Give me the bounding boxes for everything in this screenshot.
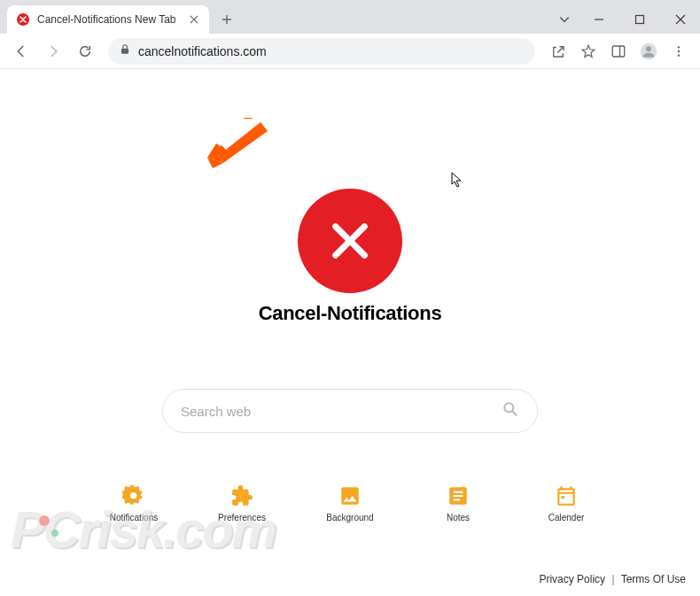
search-icon[interactable] bbox=[502, 400, 519, 422]
link-label: Calender bbox=[548, 513, 585, 522]
search-input[interactable] bbox=[181, 404, 502, 419]
svg-point-8 bbox=[678, 50, 680, 51]
calendar-icon bbox=[555, 483, 578, 509]
background-link[interactable]: Background bbox=[323, 483, 377, 522]
profile-icon[interactable] bbox=[634, 37, 663, 66]
new-tab-button[interactable] bbox=[214, 7, 239, 32]
search-box[interactable] bbox=[162, 389, 538, 433]
puzzle-icon bbox=[230, 483, 253, 509]
quick-links: Notifications Preferences Background Not… bbox=[106, 483, 594, 522]
svg-rect-3 bbox=[612, 46, 625, 57]
browser-tab[interactable]: Cancel-Notifications New Tab bbox=[7, 5, 209, 34]
svg-marker-23 bbox=[218, 122, 268, 163]
address-bar[interactable]: cancelnotifications.com bbox=[108, 38, 535, 65]
titlebar: Cancel-Notifications New Tab bbox=[0, 0, 700, 34]
image-icon bbox=[338, 483, 362, 509]
footer-links: Privacy Policy | Terms Of Use bbox=[539, 573, 686, 585]
notes-link[interactable]: Notes bbox=[431, 483, 486, 522]
svg-rect-1 bbox=[636, 16, 644, 24]
calendar-link[interactable]: Calender bbox=[539, 483, 594, 522]
toolbar: cancelnotifications.com bbox=[0, 34, 700, 69]
brand-logo bbox=[298, 189, 402, 293]
gear-icon bbox=[122, 483, 145, 509]
reload-button[interactable] bbox=[71, 37, 99, 66]
brand-title: Cancel-Notifications bbox=[259, 302, 442, 325]
close-icon[interactable] bbox=[188, 13, 200, 26]
link-label: Notifications bbox=[110, 513, 158, 522]
cursor-icon bbox=[451, 172, 463, 190]
lock-icon bbox=[119, 43, 131, 59]
url-text: cancelnotifications.com bbox=[138, 44, 525, 58]
sidepanel-icon[interactable] bbox=[604, 37, 633, 66]
tab-favicon bbox=[16, 12, 30, 27]
svg-point-9 bbox=[678, 54, 680, 56]
terms-link[interactable]: Terms Of Use bbox=[621, 573, 686, 585]
forward-button[interactable] bbox=[39, 37, 67, 66]
link-label: Notes bbox=[447, 513, 470, 522]
back-button[interactable] bbox=[7, 37, 35, 66]
minimize-button[interactable] bbox=[579, 5, 618, 34]
notifications-link[interactable]: Notifications bbox=[106, 483, 161, 522]
separator: | bbox=[611, 573, 614, 585]
preferences-link[interactable]: Preferences bbox=[214, 483, 269, 522]
share-icon[interactable] bbox=[544, 37, 572, 66]
annotation-arrow-icon bbox=[207, 122, 268, 168]
svg-rect-2 bbox=[121, 48, 128, 53]
maximize-button[interactable] bbox=[620, 5, 659, 34]
close-window-button[interactable] bbox=[661, 5, 700, 34]
svg-point-6 bbox=[646, 46, 651, 51]
link-label: Preferences bbox=[218, 513, 266, 522]
tab-title: Cancel-Notifications New Tab bbox=[37, 13, 181, 26]
privacy-link[interactable]: Privacy Policy bbox=[539, 573, 605, 585]
notes-icon bbox=[447, 483, 470, 509]
menu-icon[interactable] bbox=[665, 37, 693, 66]
svg-point-7 bbox=[678, 46, 680, 48]
tabs-dropdown-icon[interactable] bbox=[551, 6, 578, 33]
bookmark-icon[interactable] bbox=[574, 37, 603, 66]
link-label: Background bbox=[326, 513, 373, 522]
